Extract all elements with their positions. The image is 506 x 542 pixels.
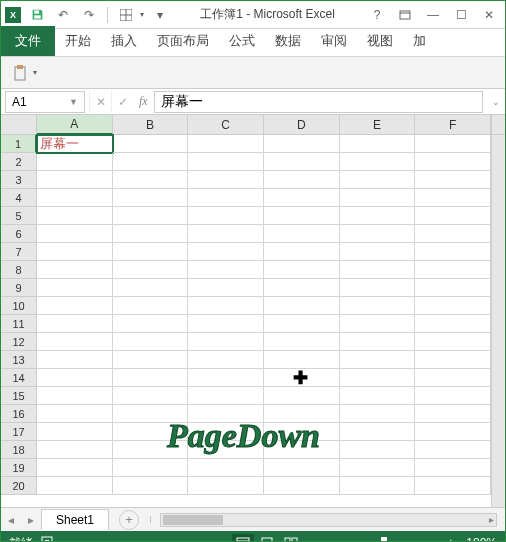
cell-E8[interactable] xyxy=(340,261,416,279)
zoom-thumb[interactable] xyxy=(381,537,387,542)
sheet-nav-prev[interactable]: ◂ xyxy=(1,513,21,527)
row-header-3[interactable]: 3 xyxy=(1,171,37,189)
row-header-17[interactable]: 17 xyxy=(1,423,37,441)
formula-input[interactable]: 屏幕一 xyxy=(154,91,483,113)
cell-A20[interactable] xyxy=(37,477,113,495)
cell-A3[interactable] xyxy=(37,171,113,189)
row-header-12[interactable]: 12 xyxy=(1,333,37,351)
fx-label[interactable]: fx xyxy=(133,94,154,109)
cell-C2[interactable] xyxy=(188,153,264,171)
cell-C6[interactable] xyxy=(188,225,264,243)
cell-F18[interactable] xyxy=(415,441,491,459)
row-header-9[interactable]: 9 xyxy=(1,279,37,297)
undo-button[interactable]: ↶ xyxy=(53,5,73,25)
cell-C15[interactable] xyxy=(188,387,264,405)
cell-C18[interactable] xyxy=(188,441,264,459)
minimize-button[interactable]: — xyxy=(421,5,445,25)
row-header-8[interactable]: 8 xyxy=(1,261,37,279)
cell-F3[interactable] xyxy=(415,171,491,189)
cell-F4[interactable] xyxy=(415,189,491,207)
row-header-13[interactable]: 13 xyxy=(1,351,37,369)
tab-formulas[interactable]: 公式 xyxy=(219,26,265,56)
cell-F6[interactable] xyxy=(415,225,491,243)
cell-E9[interactable] xyxy=(340,279,416,297)
tab-home[interactable]: 开始 xyxy=(55,26,101,56)
cell-A13[interactable] xyxy=(37,351,113,369)
cell-C1[interactable] xyxy=(188,135,264,153)
cell-D8[interactable] xyxy=(264,261,340,279)
cell-D3[interactable] xyxy=(264,171,340,189)
cell-A10[interactable] xyxy=(37,297,113,315)
column-header-B[interactable]: B xyxy=(113,115,189,135)
cell-C20[interactable] xyxy=(188,477,264,495)
row-header-20[interactable]: 20 xyxy=(1,477,37,495)
cell-D7[interactable] xyxy=(264,243,340,261)
cell-B4[interactable] xyxy=(113,189,189,207)
ribbon-options-button[interactable] xyxy=(393,5,417,25)
cell-A11[interactable] xyxy=(37,315,113,333)
cell-B7[interactable] xyxy=(113,243,189,261)
cell-B8[interactable] xyxy=(113,261,189,279)
cell-C7[interactable] xyxy=(188,243,264,261)
zoom-out-button[interactable]: − xyxy=(310,536,325,542)
row-header-7[interactable]: 7 xyxy=(1,243,37,261)
cell-B2[interactable] xyxy=(113,153,189,171)
formula-expand-icon[interactable]: ⌄ xyxy=(487,97,505,107)
cell-A14[interactable] xyxy=(37,369,113,387)
zoom-level[interactable]: 100% xyxy=(466,536,497,542)
cell-F13[interactable] xyxy=(415,351,491,369)
cell-C5[interactable] xyxy=(188,207,264,225)
cell-E17[interactable] xyxy=(340,423,416,441)
row-header-6[interactable]: 6 xyxy=(1,225,37,243)
cell-D6[interactable] xyxy=(264,225,340,243)
cells-grid[interactable]: ✚ PageDown 屏幕一 xyxy=(37,135,491,507)
save-button[interactable] xyxy=(27,5,47,25)
cell-A19[interactable] xyxy=(37,459,113,477)
cell-C8[interactable] xyxy=(188,261,264,279)
cell-B19[interactable] xyxy=(113,459,189,477)
cell-D20[interactable] xyxy=(264,477,340,495)
column-header-C[interactable]: C xyxy=(188,115,264,135)
cell-E15[interactable] xyxy=(340,387,416,405)
cell-B18[interactable] xyxy=(113,441,189,459)
cell-A9[interactable] xyxy=(37,279,113,297)
column-header-F[interactable]: F xyxy=(415,115,491,135)
cell-D2[interactable] xyxy=(264,153,340,171)
cell-F8[interactable] xyxy=(415,261,491,279)
cell-C19[interactable] xyxy=(188,459,264,477)
row-header-4[interactable]: 4 xyxy=(1,189,37,207)
cell-F5[interactable] xyxy=(415,207,491,225)
row-header-1[interactable]: 1 xyxy=(1,135,37,153)
cell-F14[interactable] xyxy=(415,369,491,387)
cell-A12[interactable] xyxy=(37,333,113,351)
hscroll-thumb[interactable] xyxy=(163,515,223,525)
cell-B17[interactable] xyxy=(113,423,189,441)
tab-page-layout[interactable]: 页面布局 xyxy=(147,26,219,56)
sheet-tab-active[interactable]: Sheet1 xyxy=(41,509,109,530)
cell-C16[interactable] xyxy=(188,405,264,423)
cell-E16[interactable] xyxy=(340,405,416,423)
cell-D19[interactable] xyxy=(264,459,340,477)
cell-D11[interactable] xyxy=(264,315,340,333)
cell-C3[interactable] xyxy=(188,171,264,189)
tab-addins[interactable]: 加 xyxy=(403,26,436,56)
cell-B14[interactable] xyxy=(113,369,189,387)
cell-A5[interactable] xyxy=(37,207,113,225)
cell-E11[interactable] xyxy=(340,315,416,333)
cell-F19[interactable] xyxy=(415,459,491,477)
qat-dropdown-icon[interactable]: ▾ xyxy=(140,10,144,19)
cell-A7[interactable] xyxy=(37,243,113,261)
cell-D17[interactable] xyxy=(264,423,340,441)
enter-button[interactable]: ✓ xyxy=(111,91,133,113)
record-macro-icon[interactable] xyxy=(41,536,53,543)
cell-A4[interactable] xyxy=(37,189,113,207)
cell-A2[interactable] xyxy=(37,153,113,171)
cell-E4[interactable] xyxy=(340,189,416,207)
view-normal-button[interactable] xyxy=(232,534,254,542)
close-button[interactable]: ✕ xyxy=(477,5,501,25)
cell-A6[interactable] xyxy=(37,225,113,243)
column-header-D[interactable]: D xyxy=(264,115,340,135)
cell-F15[interactable] xyxy=(415,387,491,405)
cell-A8[interactable] xyxy=(37,261,113,279)
cell-B20[interactable] xyxy=(113,477,189,495)
